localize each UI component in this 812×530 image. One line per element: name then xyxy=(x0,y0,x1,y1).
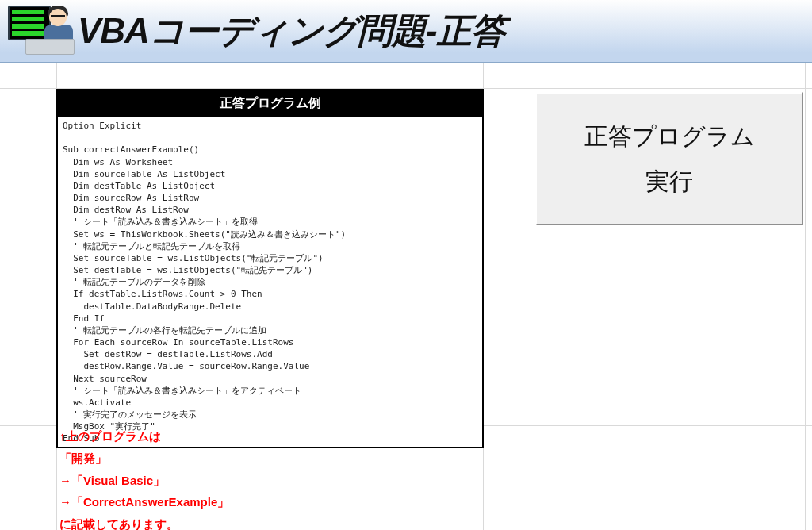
instruction-line: に記載してあります。 xyxy=(59,513,229,530)
code-box-header: 正答プログラム例 xyxy=(58,90,482,117)
instruction-line: 「開発」 xyxy=(59,447,229,470)
instructions-text: ↑上のプログラムは 「開発」 →「Visual Basic」 →「Correct… xyxy=(59,425,229,530)
run-button-line2: 実行 xyxy=(645,159,693,204)
gridline xyxy=(805,63,806,530)
instruction-line: ↑上のプログラムは xyxy=(59,425,229,447)
code-box-body: Option Explicit Sub correctAnswerExample… xyxy=(58,117,482,447)
run-answer-button[interactable]: 正答プログラム 実行 xyxy=(535,92,803,225)
page-title: VBAコーディング問題-正答 xyxy=(78,8,505,55)
run-button-line1: 正答プログラム xyxy=(584,113,755,159)
answer-code-box: 正答プログラム例 Option Explicit Sub correctAnsw… xyxy=(56,89,484,448)
page-header: VBAコーディング問題-正答 xyxy=(0,0,812,63)
programmer-icon xyxy=(3,2,78,60)
instruction-line: →「Visual Basic」 xyxy=(59,470,229,492)
instruction-line: →「CorrectAnswerExample」 xyxy=(59,491,229,513)
